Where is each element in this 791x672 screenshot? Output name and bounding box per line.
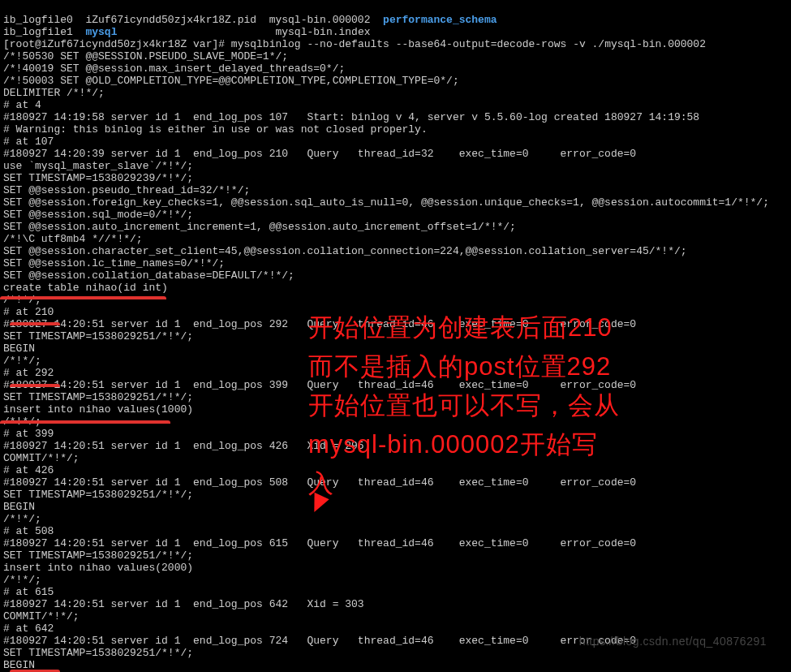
binlog-line: BEGIN: [3, 342, 35, 355]
binlog-line: #180927 14:20:51 server id 1 end_log_pos…: [3, 476, 636, 489]
binlog-line: # at 615: [3, 586, 54, 598]
binlog-line: SET TIMESTAMP=1538029239/*!*/;: [3, 172, 193, 184]
binlog-line: #180927 14:20:51 server id 1 end_log_pos…: [3, 598, 364, 610]
binlog-line: SET @@session.sql_mode=0/*!*/;: [3, 209, 193, 221]
binlog-line: insert into nihao values(2000): [3, 562, 193, 574]
binlog-line: /*!*/;: [3, 513, 41, 525]
terminal-output[interactable]: ib_logfile0 iZuf67icyndd50zjx4kr18Z.pid …: [0, 0, 791, 672]
binlog-line: SET @@session.lc_time_names=0/*!*/;: [3, 257, 225, 269]
shell-prompt: [root@iZuf67icyndd50zjx4kr18Z var]#: [3, 38, 231, 50]
binlog-line: DELIMITER /*!*/;: [3, 87, 105, 99]
binlog-line: SET TIMESTAMP=1538029251/*!*/;: [3, 391, 193, 403]
binlog-line: #180927 14:20:39 server id 1 end_log_pos…: [3, 148, 636, 160]
highlight-underline-create: [0, 296, 166, 304]
command-text: mysqlbinlog --no-defaults --base64-outpu…: [231, 38, 706, 50]
binlog-line: # at 210: [3, 306, 54, 318]
binlog-line: # at 399: [3, 428, 54, 440]
binlog-line: # at 292: [3, 367, 54, 379]
highlight-underline-at210: [10, 322, 60, 330]
binlog-line: SET @@session.foreign_key_checks=1, @@se…: [3, 196, 769, 209]
highlight-underline-at292: [10, 384, 60, 392]
mysql-dir: mysql: [85, 26, 117, 38]
binlog-line: SET TIMESTAMP=1538029251/*!*/;: [3, 549, 193, 562]
schema-dir: performance_schema: [383, 14, 497, 26]
binlog-line: #180927 14:20:51 server id 1 end_log_pos…: [3, 537, 636, 549]
binlog-line: /*!50530 SET @@SESSION.PSEUDO_SLAVE_MODE…: [3, 50, 288, 62]
binlog-line: /*!*/;: [3, 574, 41, 586]
binlog-line: #180927 14:20:51 server id 1 end_log_pos…: [3, 635, 636, 647]
binlog-line: #180927 14:20:51 server id 1 end_log_pos…: [3, 379, 636, 391]
binlog-line: COMMIT/*!*/;: [3, 610, 80, 622]
binlog-line: # at 508: [3, 525, 54, 537]
binlog-line: # Warning: this binlog is either in use …: [3, 123, 428, 136]
binlog-line: SET @@session.collation_database=DEFAULT…: [3, 269, 294, 282]
binlog-line: BEGIN: [3, 501, 35, 513]
binlog-line: use `mysql_master_slave`/*!*/;: [3, 160, 193, 172]
binlog-line: SET @@session.pseudo_thread_id=32/*!*/;: [3, 184, 250, 196]
file-entry: ib_logfile0 iZuf67icyndd50zjx4kr18Z.pid …: [3, 14, 383, 26]
binlog-line: #180927 14:19:58 server id 1 end_log_pos…: [3, 111, 699, 123]
binlog-line: /*!\C utf8mb4 *//*!*/;: [3, 233, 143, 245]
binlog-line: SET TIMESTAMP=1538029251/*!*/;: [3, 489, 193, 501]
binlog-line: COMMIT/*!*/;: [3, 452, 80, 464]
binlog-line: # at 642: [3, 622, 54, 635]
binlog-line: /*!*/;: [3, 355, 41, 367]
binlog-line: /*!40019 SET @@session.max_insert_delaye…: [3, 62, 345, 75]
highlight-underline-insert: [0, 420, 170, 429]
binlog-line: SET @@session.auto_increment_increment=1…: [3, 221, 516, 233]
file-entry: mysql-bin.index: [117, 26, 370, 38]
binlog-line: /*!50003 SET @OLD_COMPLETION_TYPE=@@COMP…: [3, 75, 459, 87]
binlog-line: #180927 14:20:51 server id 1 end_log_pos…: [3, 440, 364, 452]
binlog-line: SET TIMESTAMP=1538029251/*!*/;: [3, 330, 193, 342]
binlog-line: #180927 14:20:51 server id 1 end_log_pos…: [3, 318, 636, 330]
binlog-line: SET @@session.character_set_client=45,@@…: [3, 245, 687, 257]
file-entry: ib_logfile1: [3, 26, 85, 38]
binlog-line: create table nihao(id int): [3, 282, 168, 294]
binlog-line: # at 426: [3, 464, 54, 476]
binlog-line: SET TIMESTAMP=1538029251/*!*/;: [3, 647, 193, 659]
binlog-line: insert into nihao values(1000): [3, 403, 193, 416]
binlog-line: # at 107: [3, 136, 54, 148]
binlog-line: # at 4: [3, 99, 41, 111]
